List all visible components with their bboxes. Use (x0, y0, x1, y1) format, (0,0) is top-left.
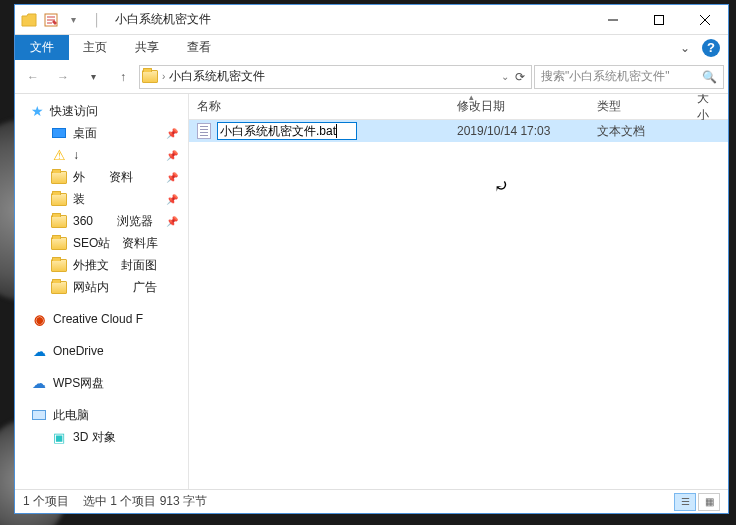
folder-icon (51, 213, 67, 229)
pin-icon: 📌 (166, 150, 178, 161)
sidebar-item[interactable]: 装 📌 (15, 188, 188, 210)
column-headers: 名称 ▴ 修改日期 类型 大小 (189, 94, 728, 120)
sidebar-item[interactable]: 360 浏览器📌 (15, 210, 188, 232)
chevron-right-icon[interactable]: › (162, 71, 165, 82)
quick-access-toolbar: ▾ (15, 10, 87, 30)
help-icon[interactable]: ? (702, 39, 720, 57)
search-icon[interactable]: 🔍 (702, 70, 717, 84)
text-file-icon (197, 123, 211, 139)
column-name[interactable]: 名称 (189, 94, 449, 119)
svg-rect-1 (655, 15, 664, 24)
pc-icon (31, 407, 47, 423)
maximize-button[interactable] (636, 5, 682, 35)
search-placeholder: 搜索"小白系统机密文件" (541, 68, 670, 85)
view-details-button[interactable]: ☰ (674, 493, 696, 511)
cube-icon: ▣ (51, 429, 67, 445)
status-count: 1 个项目 (23, 493, 69, 510)
recent-dropdown-icon[interactable]: ▾ (79, 64, 107, 90)
pin-icon: 📌 (166, 172, 178, 183)
up-button[interactable]: ↑ (109, 64, 137, 90)
explorer-window: ▾ │ 小白系统机密文件 文件 主页 共享 查看 ⌄ ? ← → ▾ ↑ › 小… (14, 4, 729, 514)
ribbon-tabs: 文件 主页 共享 查看 ⌄ ? (15, 35, 728, 60)
tab-file[interactable]: 文件 (15, 35, 69, 60)
window-title: 小白系统机密文件 (115, 11, 590, 28)
desktop-icon (51, 125, 67, 141)
cloud-icon: ☁ (31, 375, 47, 391)
sidebar-item-wps[interactable]: ☁WPS网盘 (15, 372, 188, 394)
sidebar-item-desktop[interactable]: 桌面📌 (15, 122, 188, 144)
sidebar-item[interactable]: 外 资料📌 (15, 166, 188, 188)
qat-dropdown-icon[interactable]: ▾ (63, 10, 83, 30)
folder-icon (51, 169, 67, 185)
file-row[interactable]: 小白系统机密文件.bat 2019/10/14 17:03 文本文档 (189, 120, 728, 142)
titlebar: ▾ │ 小白系统机密文件 (15, 5, 728, 35)
file-list-pane: 名称 ▴ 修改日期 类型 大小 小白系统机密文件.bat 2019/10/14 … (189, 94, 728, 489)
folder-icon (51, 257, 67, 273)
pin-icon: 📌 (166, 194, 178, 205)
sidebar-item-creative-cloud[interactable]: ◉Creative Cloud F (15, 308, 188, 330)
sort-indicator-icon: ▴ (469, 94, 474, 102)
sidebar-item-this-pc[interactable]: 此电脑 (15, 404, 188, 426)
column-type[interactable]: 类型 (589, 94, 689, 119)
forward-button[interactable]: → (49, 64, 77, 90)
search-input[interactable]: 搜索"小白系统机密文件" 🔍 (534, 65, 724, 89)
pin-icon: 📌 (166, 216, 178, 227)
minimize-button[interactable] (590, 5, 636, 35)
folder-icon (51, 279, 67, 295)
folder-icon (142, 69, 158, 85)
star-icon: ★ (31, 103, 44, 119)
properties-icon[interactable] (41, 10, 61, 30)
navigation-pane[interactable]: ★快速访问 桌面📌 ⚠↓📌 外 资料📌 装 📌 360 浏览器📌 SEO站 资料… (15, 94, 189, 489)
back-button[interactable]: ← (19, 64, 47, 90)
sidebar-item[interactable]: 网站内 广告 (15, 276, 188, 298)
breadcrumb[interactable]: 小白系统机密文件 (169, 68, 265, 85)
file-date: 2019/10/14 17:03 (449, 124, 589, 138)
view-icons-button[interactable]: ▦ (698, 493, 720, 511)
status-selection: 选中 1 个项目 913 字节 (83, 493, 207, 510)
address-row: ← → ▾ ↑ › 小白系统机密文件 ⌄ ⟳ 搜索"小白系统机密文件" 🔍 (15, 60, 728, 94)
status-bar: 1 个项目 选中 1 个项目 913 字节 ☰ ▦ (15, 489, 728, 513)
pin-icon: 📌 (166, 128, 178, 139)
expand-ribbon-icon[interactable]: ⌄ (680, 41, 690, 55)
file-type: 文本文档 (589, 123, 689, 140)
column-size[interactable]: 大小 (689, 94, 728, 119)
folder-icon (51, 191, 67, 207)
address-dropdown-icon[interactable]: ⌄ (501, 71, 509, 82)
sidebar-item-quick-access[interactable]: ★快速访问 (15, 100, 188, 122)
sidebar-item[interactable]: SEO站 资料库 (15, 232, 188, 254)
address-bar[interactable]: › 小白系统机密文件 ⌄ ⟳ (139, 65, 532, 89)
tab-share[interactable]: 共享 (121, 35, 173, 60)
file-list[interactable]: 小白系统机密文件.bat 2019/10/14 17:03 文本文档 ⤾ (189, 120, 728, 489)
folder-icon (51, 235, 67, 251)
sidebar-item-warn[interactable]: ⚠↓📌 (15, 144, 188, 166)
cursor-icon: ⤾ (494, 175, 509, 197)
creative-cloud-icon: ◉ (31, 311, 47, 327)
sidebar-item-onedrive[interactable]: ☁OneDrive (15, 340, 188, 362)
tab-view[interactable]: 查看 (173, 35, 225, 60)
sidebar-item-3d[interactable]: ▣3D 对象 (15, 426, 188, 448)
tab-home[interactable]: 主页 (69, 35, 121, 60)
rename-input[interactable]: 小白系统机密文件.bat (217, 122, 357, 140)
refresh-icon[interactable]: ⟳ (515, 70, 525, 84)
close-button[interactable] (682, 5, 728, 35)
onedrive-icon: ☁ (31, 343, 47, 359)
sidebar-item[interactable]: 外推文 封面图 (15, 254, 188, 276)
warning-icon: ⚠ (51, 147, 67, 163)
folder-icon (19, 10, 39, 30)
